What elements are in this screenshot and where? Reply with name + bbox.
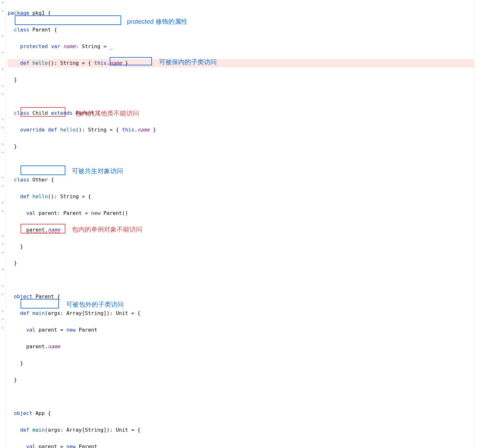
code-line: [8, 92, 478, 101]
fold-icon[interactable]: ⊟: [1, 251, 4, 254]
fold-icon[interactable]: ⊟: [1, 68, 4, 71]
code-line: val parent = new Parent: [8, 443, 478, 448]
code-line: package pkg1 {: [8, 9, 478, 17]
fold-icon[interactable]: ⊟: [1, 243, 4, 246]
code-line: }: [8, 76, 478, 84]
fold-icon[interactable]: ⊟: [1, 93, 4, 96]
annotation: 包内的其他类不能访问: [75, 109, 139, 117]
code-line: }: [8, 376, 478, 384]
annotation: 包内的单例对象不能访问: [72, 225, 142, 233]
fold-icon[interactable]: ⊟: [1, 284, 4, 288]
code-line: }: [8, 242, 478, 251]
scrollbar-strip[interactable]: [474, 0, 478, 448]
fold-icon[interactable]: ⊟: [1, 1, 4, 4]
fold-icon[interactable]: ⊟: [1, 268, 4, 271]
fold-icon[interactable]: ⊟: [1, 34, 4, 38]
code-line: def main(args: Array[String]): Unit = {: [8, 309, 478, 317]
code-line: }: [8, 142, 478, 151]
code-line: val parent: Parent = new Parent(): [8, 209, 478, 217]
annotation: 可被保内的子类访问: [159, 58, 217, 66]
code-line: }: [8, 259, 478, 267]
fold-icon[interactable]: ⊟: [1, 118, 4, 121]
code-line: [8, 276, 478, 284]
code-line: class Parent {: [8, 26, 478, 34]
code-line: def hello(): String = {: [8, 192, 478, 201]
code-line: object Parent {: [8, 292, 478, 301]
annotation: 可被共生对象访问: [72, 167, 123, 175]
fold-icon[interactable]: ⊟: [1, 143, 4, 146]
fold-icon[interactable]: ⊟: [1, 176, 4, 179]
code-line: object App {: [8, 409, 478, 418]
fold-icon[interactable]: ⊟: [1, 51, 4, 54]
fold-icon[interactable]: ⊟: [1, 84, 4, 88]
fold-icon[interactable]: ⊟: [1, 184, 4, 188]
fold-icon[interactable]: ⊟: [1, 201, 4, 204]
fold-icon[interactable]: ⊟: [1, 309, 4, 313]
gutter: ⊟ ⊟ ⊟ ⊟ ⊟ ⊟ ⊟ ⊟ ⊟ ⊟ ⊟ ⊟ ⊟ ⊟ ⊟ ⊟ ⊟ ⊟ ⊟ ⊟ …: [0, 0, 6, 448]
code-line: }: [8, 359, 478, 368]
fold-icon[interactable]: ⊟: [1, 209, 4, 213]
code-line: [8, 393, 478, 401]
annotation: 可被包外的子类访问: [66, 300, 124, 309]
code-line: protected var name: String = _: [8, 42, 478, 51]
code-line: class Other {: [8, 176, 478, 184]
fold-icon[interactable]: ⊟: [1, 234, 4, 238]
fold-icon[interactable]: ⊟: [1, 9, 4, 13]
annotation: protected 修饰的属性: [127, 17, 188, 26]
fold-icon[interactable]: ⊟: [1, 126, 4, 129]
code-line: def hello(): String = { this.name }: [8, 59, 478, 67]
fold-icon[interactable]: ⊟: [1, 293, 4, 296]
code-line: override def hello(): String = { this.na…: [8, 126, 478, 134]
code-line: def main(args: Array[String]): Unit = {: [8, 426, 478, 434]
code-line: val parent = new Parent: [8, 326, 478, 334]
code-editor[interactable]: ⊟ ⊟ ⊟ ⊟ ⊟ ⊟ ⊟ ⊟ ⊟ ⊟ ⊟ ⊟ ⊟ ⊟ ⊟ ⊟ ⊟ ⊟ ⊟ ⊟ …: [0, 0, 478, 448]
code-line: parent.name: [8, 342, 478, 351]
fold-icon[interactable]: ⊟: [1, 326, 4, 329]
fold-icon[interactable]: ⊟: [1, 318, 4, 321]
code-line: [8, 159, 478, 167]
fold-icon[interactable]: ⊟: [1, 151, 4, 154]
code-area[interactable]: package pkg1 { class Parent { protected …: [6, 0, 478, 448]
